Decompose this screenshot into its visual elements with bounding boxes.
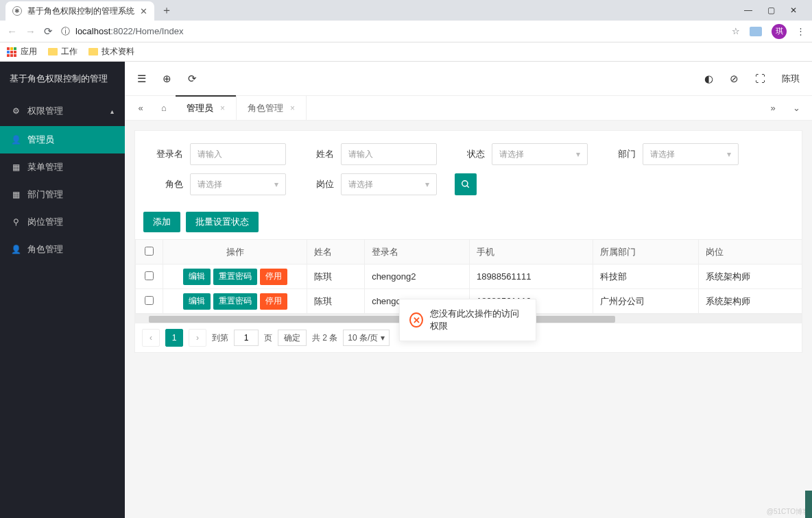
svg-point-0 <box>462 181 468 186</box>
edit-button[interactable]: 编辑 <box>183 269 211 285</box>
reset-password-button[interactable]: 重置密码 <box>213 293 257 310</box>
new-tab-button[interactable]: ＋ <box>161 3 172 18</box>
close-icon[interactable]: × <box>290 103 295 113</box>
batch-status-button[interactable]: 批量设置状态 <box>186 212 259 232</box>
current-user[interactable]: 陈琪 <box>782 73 800 85</box>
theme-icon[interactable]: ◐ <box>704 73 713 85</box>
col-login: 登录名 <box>365 240 470 264</box>
maximize-icon[interactable]: ▢ <box>767 5 775 15</box>
info-icon[interactable]: ⓘ <box>61 25 70 38</box>
select-all-checkbox[interactable] <box>145 247 154 256</box>
row-checkbox[interactable] <box>145 271 154 280</box>
apps-icon <box>7 47 16 57</box>
error-icon: ✕ <box>409 312 423 328</box>
label-login: 登录名 <box>149 148 183 160</box>
tabs-scroll-left[interactable]: « <box>129 96 152 120</box>
cell-phone: 18988561111 <box>469 264 593 289</box>
label-post: 岗位 <box>300 178 334 190</box>
reload-icon[interactable]: ⟳ <box>44 25 53 38</box>
add-button[interactable]: 添加 <box>143 212 180 232</box>
menu-icon[interactable]: ⋮ <box>796 26 805 36</box>
page-size-select[interactable]: 10 条/页▾ <box>343 330 390 346</box>
select-post[interactable]: 请选择 <box>341 173 437 195</box>
disable-button[interactable]: 停用 <box>260 293 287 310</box>
star-icon[interactable]: ☆ <box>732 26 740 36</box>
search-form: 登录名请输入 姓名请输入 状态请选择 部门请选择 角色请选择 岗位请选择 <box>135 131 802 212</box>
disable-button[interactable]: 停用 <box>260 269 287 285</box>
reset-password-button[interactable]: 重置密码 <box>213 269 257 285</box>
input-name[interactable]: 请输入 <box>341 143 437 165</box>
sidebar-item-role[interactable]: 👤角色管理 <box>0 236 125 263</box>
select-dept[interactable]: 请选择 <box>643 143 739 165</box>
globe-icon[interactable]: ⊕ <box>163 73 171 85</box>
sidebar-item-menu[interactable]: ▦菜单管理 <box>0 153 125 181</box>
browser-tab-bar: ✱ 基于角色权限控制的管理系统 ✕ ＋ — ▢ ✕ <box>0 0 812 21</box>
table-row: 编辑重置密码停用陈琪chengong218988561111科技部系统架构师部门 <box>136 264 802 289</box>
cell-post: 系统架构师 <box>698 289 802 314</box>
folder-icon <box>88 48 98 56</box>
page-tabs: « ⌂ 管理员× 角色管理× » ⌄ <box>125 96 812 121</box>
tag-icon[interactable]: ⊘ <box>730 73 739 85</box>
tab-admin[interactable]: 管理员× <box>176 96 237 120</box>
select-role[interactable]: 请选择 <box>190 173 286 195</box>
bookmark-folder-tech[interactable]: 技术资料 <box>88 46 134 58</box>
edit-button[interactable]: 编辑 <box>183 293 211 310</box>
url-field[interactable]: ⓘ localhost:8022/Home/Index <box>61 25 724 38</box>
extension-icon[interactable] <box>750 27 762 36</box>
profile-avatar[interactable]: 琪 <box>772 24 787 39</box>
close-icon[interactable]: × <box>220 103 225 113</box>
error-toast: ✕ 您没有此次操作的访问权限 <box>399 299 536 341</box>
tabs-menu[interactable]: ⌄ <box>785 96 808 120</box>
close-icon[interactable]: ✕ <box>140 6 147 16</box>
page-next[interactable]: › <box>189 329 206 347</box>
row-checkbox[interactable] <box>145 296 154 305</box>
resize-grip[interactable] <box>805 491 812 518</box>
refresh-icon[interactable]: ⟳ <box>188 73 197 85</box>
user-icon: 👤 <box>11 245 21 254</box>
browser-tab[interactable]: ✱ 基于角色权限控制的管理系统 ✕ <box>5 1 154 21</box>
tabs-scroll-right[interactable]: » <box>761 96 785 120</box>
forward-icon[interactable]: → <box>25 25 36 37</box>
close-window-icon[interactable]: ✕ <box>790 5 797 15</box>
bookmark-folder-work[interactable]: 工作 <box>48 46 77 58</box>
cell-dept: 科技部 <box>593 264 698 289</box>
svg-line-1 <box>467 186 469 188</box>
input-login[interactable]: 请输入 <box>190 143 286 165</box>
brand-title: 基于角色权限控制的管理 <box>0 62 125 96</box>
collapse-sidebar-icon[interactable]: ☰ <box>137 73 146 85</box>
page-1[interactable]: 1 <box>165 329 183 347</box>
address-bar: ← → ⟳ ⓘ localhost:8022/Home/Index ☆ 琪 ⋮ <box>0 21 812 42</box>
toast-message: 您没有此次操作的访问权限 <box>430 308 526 332</box>
page-prev[interactable]: ‹ <box>142 329 160 347</box>
sidebar-group-permissions[interactable]: ⚙ 权限管理 ▴ <box>0 96 125 126</box>
back-icon[interactable]: ← <box>7 25 17 37</box>
sidebar: 基于角色权限控制的管理 ⚙ 权限管理 ▴ 👤管理员 ▦菜单管理 ▦部门管理 ⚲岗… <box>0 62 125 518</box>
cell-name: 陈琪 <box>307 289 365 314</box>
select-status[interactable]: 请选择 <box>492 143 588 165</box>
tab-home[interactable]: ⌂ <box>152 96 176 120</box>
col-post: 岗位 <box>698 240 802 264</box>
sidebar-item-dept[interactable]: ▦部门管理 <box>0 181 125 208</box>
sidebar-item-post[interactable]: ⚲岗位管理 <box>0 208 125 236</box>
col-phone: 手机 <box>469 240 593 264</box>
minimize-icon[interactable]: — <box>744 5 752 15</box>
cell-post: 系统架构师 <box>698 264 802 289</box>
tab-title: 基于角色权限控制的管理系统 <box>27 5 134 17</box>
label-name: 姓名 <box>300 148 334 160</box>
tab-role[interactable]: 角色管理× <box>237 96 307 120</box>
page-input[interactable] <box>234 330 259 346</box>
page-confirm[interactable]: 确定 <box>278 330 307 346</box>
gear-icon: ⚙ <box>11 106 21 116</box>
globe-icon: ✱ <box>12 6 22 16</box>
apps-shortcut[interactable]: 应用 <box>7 46 37 58</box>
col-name: 姓名 <box>307 240 365 264</box>
fullscreen-icon[interactable]: ⛶ <box>755 73 765 84</box>
grid-icon: ▦ <box>11 190 21 199</box>
sidebar-item-admin[interactable]: 👤管理员 <box>0 126 125 153</box>
topbar: ☰ ⊕ ⟳ ◐ ⊘ ⛶ 陈琪 <box>125 62 812 96</box>
chevron-up-icon: ▴ <box>110 108 114 115</box>
search-button[interactable] <box>455 173 477 195</box>
col-ops: 操作 <box>163 240 307 264</box>
watermark: @51CTO博客 <box>767 507 809 517</box>
bookmark-bar: 应用 工作 技术资料 <box>0 42 812 62</box>
